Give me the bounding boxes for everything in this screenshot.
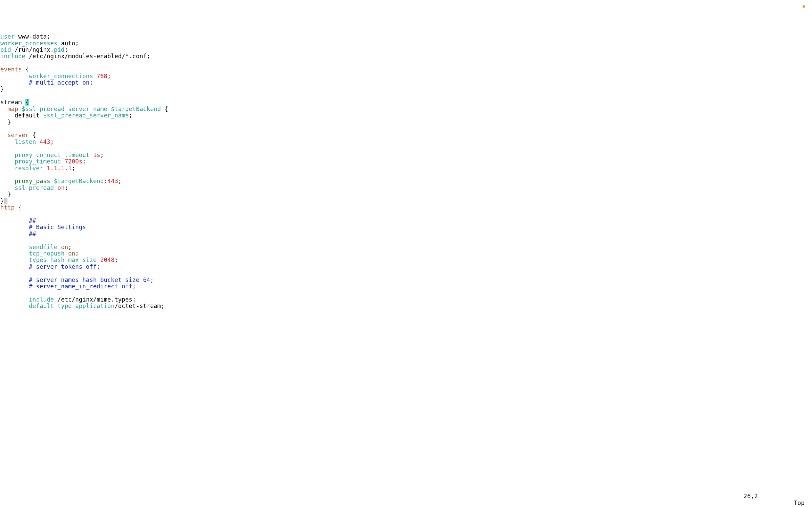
variable: $targetBackend bbox=[54, 178, 104, 184]
blank-line bbox=[0, 145, 4, 152]
indent bbox=[0, 79, 29, 86]
scroll-position: Top bbox=[794, 500, 805, 506]
blank-line bbox=[0, 171, 4, 178]
text bbox=[93, 73, 97, 80]
text bbox=[40, 112, 43, 119]
brace: } bbox=[7, 119, 11, 126]
directive: user bbox=[0, 33, 15, 40]
semi: ; bbox=[72, 165, 76, 172]
semi: ; bbox=[114, 257, 118, 263]
text bbox=[54, 184, 58, 191]
block: events bbox=[0, 66, 22, 73]
block: server bbox=[7, 132, 29, 138]
text bbox=[58, 40, 61, 47]
status-bar: 26,2 Top bbox=[0, 487, 812, 506]
directive: proxy_timeout bbox=[15, 158, 61, 165]
blank-line bbox=[0, 270, 4, 277]
indent bbox=[0, 303, 29, 309]
text bbox=[36, 138, 40, 145]
text bbox=[18, 106, 22, 112]
comment: ## bbox=[29, 230, 36, 237]
text bbox=[50, 178, 54, 184]
indent bbox=[0, 191, 7, 198]
port: :443 bbox=[104, 178, 118, 184]
text bbox=[25, 53, 29, 60]
directive: proxy_connect_timeout bbox=[15, 152, 89, 158]
text bbox=[15, 33, 18, 40]
indent bbox=[0, 184, 15, 191]
indent bbox=[0, 257, 29, 263]
indent bbox=[0, 158, 15, 165]
semi: ; bbox=[50, 138, 54, 145]
editor-viewport[interactable]: user www-data; worker_processes auto; pi… bbox=[0, 26, 812, 310]
brace: { bbox=[15, 204, 22, 211]
indent bbox=[0, 296, 29, 303]
blank-line bbox=[0, 60, 4, 66]
indent bbox=[0, 283, 29, 290]
semi: ; bbox=[147, 53, 150, 60]
comment: # server_tokens off; bbox=[29, 263, 100, 270]
text bbox=[65, 250, 68, 257]
indent bbox=[0, 224, 29, 230]
semi: ; bbox=[107, 73, 111, 80]
brace: } bbox=[7, 191, 11, 198]
text bbox=[22, 99, 25, 106]
indent bbox=[0, 73, 29, 80]
indent bbox=[0, 244, 29, 250]
path: /etc/nginx/mime.types bbox=[58, 296, 132, 303]
directive: pid bbox=[0, 46, 11, 53]
indent bbox=[0, 178, 15, 184]
semi: ; bbox=[82, 158, 86, 165]
value: auto bbox=[61, 40, 75, 47]
indent bbox=[0, 132, 7, 138]
path: /run/nginx bbox=[15, 46, 50, 53]
variable: $ssl_preread_server_name bbox=[43, 112, 129, 119]
text bbox=[107, 106, 111, 112]
blank-line bbox=[0, 237, 4, 244]
ext: .pid bbox=[50, 46, 65, 53]
semi: ; bbox=[75, 250, 79, 257]
brace: { bbox=[22, 66, 29, 73]
directive: worker_connections bbox=[29, 73, 93, 80]
block: map bbox=[7, 106, 18, 112]
indent bbox=[0, 250, 29, 257]
brace: } bbox=[0, 86, 4, 92]
blank-line bbox=[0, 92, 4, 99]
variable: $ssl_preread_server_name bbox=[22, 106, 107, 112]
semi: ; bbox=[65, 184, 68, 191]
semi: ; bbox=[65, 46, 68, 53]
indent bbox=[0, 230, 29, 237]
value: on bbox=[61, 244, 68, 250]
brace-match: { bbox=[25, 99, 29, 106]
comment: ## bbox=[29, 217, 36, 224]
semi: ; bbox=[100, 152, 104, 158]
text bbox=[43, 165, 47, 172]
indent bbox=[0, 277, 29, 283]
indent bbox=[0, 112, 15, 119]
value: 7200s bbox=[65, 158, 83, 165]
text bbox=[72, 303, 76, 309]
indent bbox=[0, 165, 15, 172]
text bbox=[89, 152, 93, 158]
indent bbox=[0, 106, 7, 112]
indent bbox=[0, 152, 15, 158]
text bbox=[97, 257, 100, 263]
directive: resolver bbox=[15, 165, 43, 172]
block: http bbox=[0, 204, 15, 211]
brace: { bbox=[29, 132, 36, 138]
directive: include bbox=[29, 296, 54, 303]
directive: default_type bbox=[29, 303, 71, 309]
semi: ; bbox=[132, 296, 136, 303]
text bbox=[61, 158, 65, 165]
directive: listen bbox=[15, 138, 36, 145]
directive: tcp_nopush bbox=[29, 250, 64, 257]
blank-line bbox=[0, 290, 4, 296]
text: /octet-stream bbox=[114, 303, 161, 309]
indent bbox=[0, 119, 7, 126]
directive: types_hash_max_size bbox=[29, 257, 97, 263]
blank-line bbox=[0, 211, 4, 218]
number: 2048 bbox=[100, 257, 114, 263]
cursor-position: 26,2 bbox=[744, 493, 758, 500]
indent bbox=[0, 138, 15, 145]
comment: # multi_accept on; bbox=[29, 79, 93, 86]
